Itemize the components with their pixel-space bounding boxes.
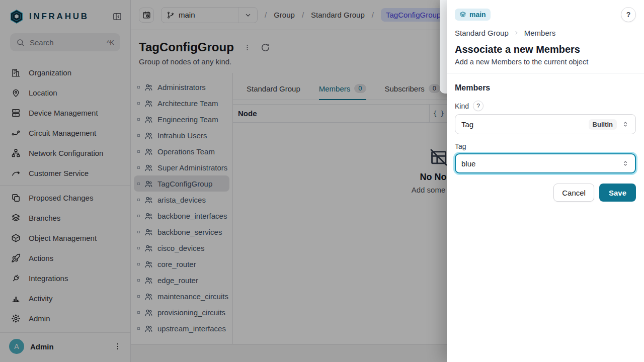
tag-field-label: Tag: [455, 142, 466, 150]
app-root: INFRAHUB Search ^K Organization Location…: [0, 0, 644, 362]
branch-badge-label: main: [469, 11, 486, 19]
help-button[interactable]: ?: [621, 7, 636, 22]
chevron-right-icon: [513, 30, 520, 36]
chevrons-up-down-icon: [621, 159, 629, 167]
tag-select[interactable]: blue: [455, 153, 636, 173]
form-section-title: Members: [455, 83, 636, 93]
cancel-button[interactable]: Cancel: [553, 184, 594, 202]
kind-select[interactable]: Tag Builtin: [455, 114, 636, 134]
kind-help-button[interactable]: ?: [473, 101, 484, 111]
kind-field-label: Kind: [455, 102, 469, 110]
associate-members-panel: main ? Standard Group Members Associate …: [447, 0, 644, 362]
kind-builtin-badge: Builtin: [589, 119, 617, 130]
panel-header: main ? Standard Group Members Associate …: [447, 0, 644, 73]
branch-badge: main: [455, 9, 491, 21]
kind-select-value: Tag: [461, 120, 584, 129]
panel-title: Associate a new Members: [455, 44, 636, 55]
panel-breadcrumb-standard-group: Standard Group: [455, 29, 509, 37]
panel-subtitle: Add a new Members to the current object: [455, 58, 636, 66]
panel-breadcrumb-members: Members: [524, 29, 556, 37]
chevrons-up-down-icon: [621, 120, 629, 128]
tag-select-value: blue: [461, 159, 617, 168]
save-button[interactable]: Save: [599, 184, 636, 202]
panel-form: Members Kind ? Tag Builtin Tag blue Canc…: [447, 73, 644, 212]
panel-breadcrumb: Standard Group Members: [455, 29, 636, 37]
layers-icon: [459, 11, 466, 18]
